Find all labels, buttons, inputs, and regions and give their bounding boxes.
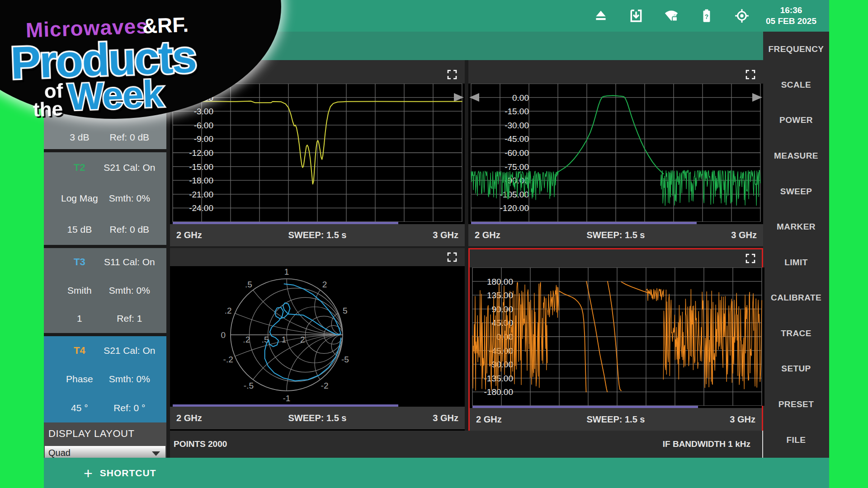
t2-cal: S21 Cal: On <box>103 162 156 173</box>
quadrant-t3-smith[interactable]: 1.52.250-.2-.5-1-2-5.2.5122 GHzSWEEP: 1.… <box>170 248 465 431</box>
chart-header <box>170 248 465 266</box>
clock: 16:36 05 FEB 2025 <box>766 5 816 27</box>
svg-text:-120.00: -120.00 <box>500 203 529 213</box>
menu-item-file[interactable]: FILE <box>763 422 829 458</box>
sweep-progress-fill <box>472 406 698 408</box>
quadrant-t2-logmag[interactable]: 0.00-15.00-30.00-45.00-60.00-75.00-90.00… <box>468 60 763 246</box>
trace-block-t3[interactable]: T3S11 Cal: On SmithSmth: 0% 1Ref: 1 <box>44 248 166 333</box>
x-stop-label: 3 GHz <box>404 413 458 423</box>
t4-cal: S21 Cal: On <box>103 345 156 356</box>
svg-text:-.2: -.2 <box>223 355 233 364</box>
menu-item-frequency[interactable]: FREQUENCY <box>763 32 829 67</box>
sweep-time-label: SWEEP: 1.5 s <box>231 230 404 240</box>
svg-text:-60.00: -60.00 <box>505 148 529 158</box>
status-icons: ? <box>593 8 750 23</box>
menu-item-preset[interactable]: PRESET <box>763 387 829 422</box>
svg-text:135.00: 135.00 <box>487 291 513 300</box>
x-start-label: 2 GHz <box>476 414 530 425</box>
svg-text:0.00: 0.00 <box>512 93 529 103</box>
bottom-bar: + SHORTCUT <box>44 458 829 488</box>
svg-text:.5: .5 <box>262 335 269 344</box>
svg-text:180.00: 180.00 <box>487 277 513 286</box>
points-readout: POINTS 2000 <box>174 439 227 449</box>
menu-item-power[interactable]: POWER <box>763 103 829 138</box>
plus-icon: + <box>84 466 93 480</box>
x-stop-label: 3 GHz <box>703 230 757 240</box>
x-stop-label: 3 GHz <box>701 414 755 425</box>
t4-ref: Ref: 0 ° <box>103 403 156 413</box>
svg-text:-135.00: -135.00 <box>484 374 513 383</box>
svg-text:1: 1 <box>282 335 287 344</box>
svg-text:2: 2 <box>322 280 327 289</box>
x-stop-label: 3 GHz <box>404 230 458 240</box>
t4-scale: 45 ° <box>57 403 103 413</box>
menu-item-trace[interactable]: TRACE <box>763 316 829 352</box>
eject-icon[interactable] <box>593 8 609 23</box>
sweep-time-label: SWEEP: 1.5 s <box>231 413 404 423</box>
x-start-label: 2 GHz <box>176 230 231 240</box>
svg-text:-.5: -.5 <box>244 381 254 390</box>
t3-ref: Ref: 1 <box>103 313 156 324</box>
display-layout-value: Quad <box>48 448 71 458</box>
sweep-time-label: SWEEP: 1.5 s <box>529 230 703 240</box>
chart-header <box>468 60 763 84</box>
save-to-disk-icon[interactable] <box>628 8 644 23</box>
t2-scale: 15 dB <box>57 224 103 235</box>
caret-down-icon <box>152 451 160 456</box>
logo-big2: Week <box>67 72 165 118</box>
x-axis-strip: 2 GHzSWEEP: 1.5 s3 GHz <box>468 224 763 246</box>
menu-item-setup[interactable]: SETUP <box>763 351 829 387</box>
svg-text:-45.00: -45.00 <box>505 134 529 144</box>
add-shortcut-button[interactable]: + SHORTCUT <box>84 466 156 480</box>
if-bandwidth-readout: IF BANDWIDTH 1 kHz <box>663 439 750 449</box>
menu-item-calibrate[interactable]: CALIBRATE <box>763 280 829 316</box>
menu-item-limit[interactable]: LIMIT <box>763 244 829 280</box>
sweep-progress-fill <box>173 222 398 224</box>
battery-unknown-icon[interactable]: ? <box>699 8 714 23</box>
svg-text:.2: .2 <box>225 306 232 315</box>
t3-scale: 1 <box>57 313 103 324</box>
time: 16:36 <box>766 5 816 16</box>
svg-text:0: 0 <box>221 330 226 340</box>
gps-locate-icon[interactable] <box>734 8 750 23</box>
svg-text:-15.00: -15.00 <box>505 107 529 116</box>
trace-block-t4-selected[interactable]: T4S21 Cal: On PhaseSmth: 0% 45 °Ref: 0 ° <box>44 336 166 422</box>
trace-block-t2[interactable]: T2S21 Cal: On Log MagSmth: 0% 15 dBRef: … <box>44 152 166 245</box>
chart-plot-area[interactable]: 180.00135.0090.0045.000.00-45.00-90.00-1… <box>470 267 764 406</box>
t4-format: Phase <box>57 374 103 385</box>
svg-text:-75.00: -75.00 <box>505 162 529 172</box>
x-start-label: 2 GHz <box>475 230 529 240</box>
svg-text:-30.00: -30.00 <box>505 121 529 130</box>
wifi-secured-icon[interactable] <box>664 8 679 23</box>
sweep-progress-track <box>468 222 763 224</box>
chart-header <box>470 249 762 267</box>
svg-text:1: 1 <box>284 267 289 277</box>
sweep-progress-track <box>170 222 465 224</box>
menu-item-scale[interactable]: SCALE <box>763 67 829 103</box>
svg-text:-24.00: -24.00 <box>189 203 213 213</box>
display-layout-label: DISPLAY LAYOUT <box>44 422 166 440</box>
chart-plot-area[interactable]: 1.52.250-.2-.5-1-2-5.2.512 <box>170 266 465 404</box>
display-layout-dropdown[interactable]: Quad <box>45 446 165 458</box>
quadrant-t4-phase-active[interactable]: 180.00135.0090.0045.000.00-45.00-90.00-1… <box>468 248 763 431</box>
fullscreen-expand-icon[interactable] <box>447 69 458 80</box>
t2-smooth: Smth: 0% <box>103 193 156 204</box>
x-axis-strip: 2 GHzSWEEP: 1.5 s3 GHz <box>470 408 762 431</box>
fullscreen-expand-icon[interactable] <box>745 69 756 80</box>
menu-item-sweep[interactable]: SWEEP <box>763 174 829 209</box>
fullscreen-expand-icon[interactable] <box>447 252 458 263</box>
svg-text:5: 5 <box>343 306 348 315</box>
shortcut-label: SHORTCUT <box>100 468 156 479</box>
t4-id: T4 <box>57 345 103 357</box>
t2-id: T2 <box>57 162 103 174</box>
menu-item-measure[interactable]: MEASURE <box>763 138 829 174</box>
logo-small2: the <box>33 98 63 121</box>
sweep-progress-fill <box>173 404 398 407</box>
menu-item-marker[interactable]: MARKER <box>763 209 829 245</box>
svg-text:-21.00: -21.00 <box>189 190 213 199</box>
svg-text:-180.00: -180.00 <box>484 387 513 397</box>
fullscreen-expand-icon[interactable] <box>745 253 756 264</box>
sweep-status-row: POINTS 2000 IF BANDWIDTH 1 kHz <box>170 431 763 458</box>
chart-plot-area[interactable]: 0.00-15.00-30.00-45.00-60.00-75.00-90.00… <box>468 84 763 222</box>
svg-text:-1: -1 <box>283 394 291 403</box>
